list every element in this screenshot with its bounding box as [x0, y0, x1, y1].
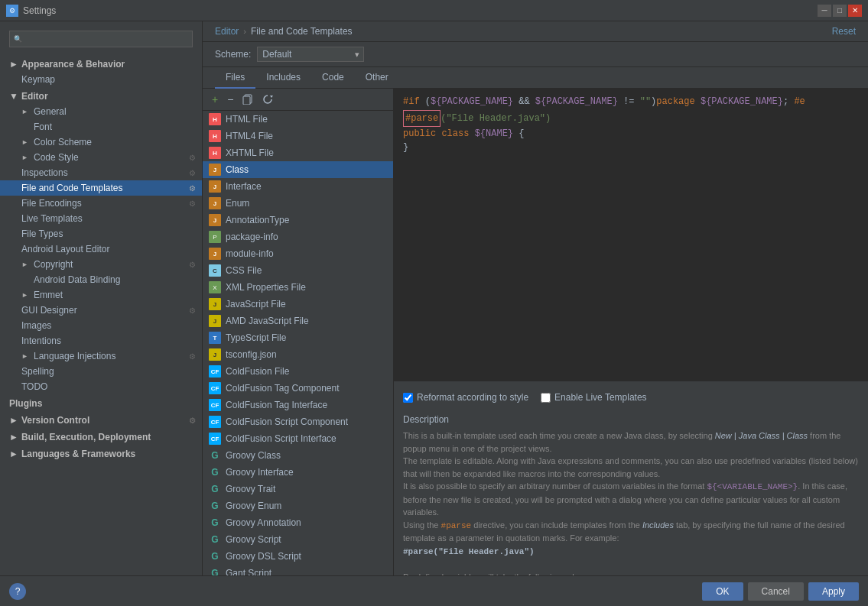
remove-template-button[interactable]: − [224, 92, 236, 107]
list-item[interactable]: J AnnotationType [203, 212, 393, 228]
list-item[interactable]: J Enum [203, 195, 393, 212]
tab-other[interactable]: Other [355, 67, 399, 89]
breadcrumb-current: File and Code Templates [251, 26, 353, 37]
list-item[interactable]: G Groovy Enum [203, 497, 393, 514]
close-button[interactable]: ✕ [848, 5, 862, 17]
sidebar-item-general[interactable]: ► General [0, 104, 202, 119]
sidebar-item-live-templates[interactable]: Live Templates [0, 211, 202, 226]
sidebar-item-label: File and Code Templates [21, 183, 123, 193]
cancel-button[interactable]: Cancel [748, 582, 804, 601]
sidebar-item-language-injections[interactable]: ► Language Injections ⚙ [0, 348, 202, 364]
sidebar-item-android-layout[interactable]: Android Layout Editor [0, 241, 202, 257]
list-item[interactable]: H XHTML File [203, 144, 393, 161]
gear-icon: ⚙ [189, 416, 196, 425]
sidebar-item-todo[interactable]: TODO [0, 379, 202, 394]
sidebar-item-version-control[interactable]: ► Version Control ⚙ [0, 411, 202, 428]
tab-files[interactable]: Files [215, 67, 255, 89]
list-item[interactable]: G Gant Script [203, 565, 393, 575]
sidebar-item-file-code-templates[interactable]: File and Code Templates ⚙ [0, 180, 202, 196]
list-item[interactable]: G Groovy Script [203, 531, 393, 548]
sidebar-item-font[interactable]: Font [0, 119, 202, 134]
groovy-icon: G [209, 533, 221, 546]
sidebar-item-build-exec[interactable]: ► Build, Execution, Deployment [0, 428, 202, 445]
list-item[interactable]: H HTML File [203, 111, 393, 128]
horizontal-scrollbar[interactable] [394, 381, 868, 387]
scheme-select-wrap[interactable]: Default [257, 47, 364, 62]
sidebar-item-label: File Types [21, 228, 63, 239]
apply-button[interactable]: Apply [808, 582, 859, 601]
ok-button[interactable]: OK [702, 582, 743, 601]
sidebar-item-languages[interactable]: ► Languages & Frameworks [0, 445, 202, 462]
sidebar-item-emmet[interactable]: ► Emmet [0, 287, 202, 303]
list-item[interactable]: C CSS File [203, 262, 393, 279]
sidebar-item-plugins[interactable]: Plugins [0, 394, 202, 411]
code-editor[interactable]: #if (${PACKAGE_NAME} && ${PACKAGE_NAME} … [394, 89, 868, 381]
file-item-label: TypeScript File [226, 332, 286, 343]
gear-icon: ⚙ [189, 169, 196, 177]
list-item[interactable]: CF ColdFusion Tag Interface [203, 397, 393, 413]
list-item[interactable]: T TypeScript File [203, 329, 393, 346]
sidebar-item-label: Spelling [21, 366, 54, 377]
list-item[interactable]: J tsconfig.json [203, 346, 393, 363]
sidebar-item-code-style[interactable]: ► Code Style ⚙ [0, 150, 202, 165]
sidebar-item-label: Inspections [21, 167, 68, 178]
list-item[interactable]: J module-info [203, 245, 393, 262]
sidebar-item-android-data[interactable]: Android Data Binding [0, 272, 202, 287]
reset-template-button[interactable] [259, 92, 276, 106]
sidebar-item-color-scheme[interactable]: ► Color Scheme [0, 134, 202, 150]
list-item[interactable]: J JavaScript File [203, 296, 393, 313]
minimize-button[interactable]: ─ [818, 5, 831, 17]
list-item[interactable]: CF ColdFusion Script Component [203, 413, 393, 430]
action-buttons: OK Cancel Apply [702, 582, 859, 601]
sidebar-item-images[interactable]: Images [0, 318, 202, 333]
copy-template-button[interactable] [239, 92, 256, 106]
list-item[interactable]: G Groovy Annotation [203, 514, 393, 531]
sidebar-item-file-types[interactable]: File Types [0, 226, 202, 241]
list-item[interactable]: P package-info [203, 228, 393, 245]
add-template-button[interactable]: + [209, 92, 221, 107]
reformat-checkbox[interactable] [403, 393, 413, 403]
list-item[interactable]: H HTML4 File [203, 128, 393, 144]
search-input[interactable] [9, 31, 193, 47]
list-item[interactable]: X XML Properties File [203, 279, 393, 296]
file-item-label: ColdFusion Tag Component [226, 383, 340, 394]
list-item[interactable]: G Groovy Interface [203, 464, 393, 481]
reset-button[interactable]: Reset [832, 26, 856, 37]
tab-code[interactable]: Code [311, 67, 355, 89]
sidebar-item-label: Languages & Frameworks [21, 449, 135, 459]
xml-icon: X [209, 281, 221, 293]
live-templates-checkbox[interactable] [541, 393, 551, 403]
sidebar-item-copyright[interactable]: ► Copyright ⚙ [0, 257, 202, 272]
maximize-button[interactable]: □ [833, 5, 847, 17]
tab-includes[interactable]: Includes [255, 67, 311, 89]
sidebar-item-keymap[interactable]: Keymap [0, 72, 202, 87]
list-item[interactable]: CF ColdFusion Script Interface [203, 430, 393, 447]
search-box[interactable] [3, 28, 199, 50]
sidebar-item-intentions[interactable]: Intentions [0, 333, 202, 348]
list-item[interactable]: G Groovy Trait [203, 481, 393, 497]
sidebar-item-inspections[interactable]: Inspections ⚙ [0, 165, 202, 180]
live-templates-checkbox-wrap[interactable]: Enable Live Templates [541, 392, 647, 403]
java-icon: J [209, 180, 221, 193]
reformat-checkbox-wrap[interactable]: Reformat according to style [403, 392, 528, 403]
list-item[interactable]: G Groovy Class [203, 447, 393, 464]
code-line-4: } [403, 141, 859, 154]
list-item-class[interactable]: J Class [203, 161, 393, 178]
list-item[interactable]: J Interface [203, 178, 393, 195]
list-item[interactable]: J AMD JavaScript File [203, 313, 393, 329]
sidebar-item-gui-designer[interactable]: GUI Designer ⚙ [0, 303, 202, 318]
scheme-select[interactable]: Default [257, 47, 364, 62]
help-button[interactable]: ? [9, 583, 26, 600]
breadcrumb-editor[interactable]: Editor [215, 26, 239, 37]
sidebar-item-appearance[interactable]: ► Appearance & Behavior [0, 55, 202, 72]
list-item[interactable]: CF ColdFusion Tag Component [203, 380, 393, 397]
titlebar-controls[interactable]: ─ □ ✕ [818, 5, 862, 17]
sidebar-item-label: TODO [21, 381, 47, 392]
sidebar-item-label: Build, Execution, Deployment [21, 432, 151, 442]
list-item[interactable]: CF ColdFusion File [203, 363, 393, 380]
sidebar-item-editor[interactable]: ▼ Editor [0, 87, 202, 104]
sidebar-item-spelling[interactable]: Spelling [0, 364, 202, 379]
arrow-icon: ► [21, 352, 29, 360]
list-item[interactable]: G Groovy DSL Script [203, 548, 393, 565]
sidebar-item-file-encodings[interactable]: File Encodings ⚙ [0, 196, 202, 211]
